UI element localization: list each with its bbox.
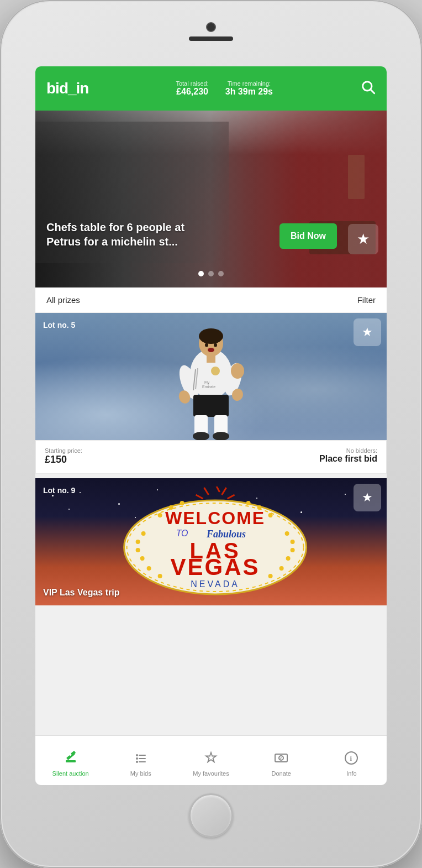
svg-text:WELCOME: WELCOME	[165, 508, 265, 528]
svg-text:Emirate: Emirate	[202, 385, 215, 389]
svg-point-17	[211, 367, 220, 375]
app-header: bid_in Total raised: £46,230 Time remain…	[35, 66, 387, 111]
lot-5-info-row: Starting price: £150 No bidders: Place f…	[45, 447, 377, 466]
svg-point-43	[285, 531, 289, 536]
svg-point-51	[180, 501, 184, 505]
svg-point-56	[268, 574, 273, 578]
svg-text:i: i	[350, 754, 352, 762]
lot-card-9: WELCOME TO Fabulous LAS VEGAS	[35, 478, 387, 605]
lot-5-price-section: Starting price: £150	[45, 447, 82, 466]
time-remaining-value: 3h 39m 29s	[225, 87, 273, 97]
svg-point-47	[158, 513, 162, 517]
bid-now-button[interactable]: Bid Now	[279, 223, 337, 249]
hero-favourite-button[interactable]: ★	[348, 224, 378, 254]
svg-point-48	[169, 505, 173, 510]
front-camera	[206, 22, 216, 32]
svg-text:NEVADA: NEVADA	[191, 579, 240, 589]
svg-point-21	[205, 343, 208, 347]
phone-frame: bid_in Total raised: £46,230 Time remain…	[0, 0, 422, 868]
svg-point-22	[214, 343, 217, 347]
search-button[interactable]	[360, 79, 376, 98]
svg-point-55	[279, 566, 284, 571]
hero-title: Chefs table for 6 people at Petrus for a…	[46, 220, 190, 249]
lot-5-image: Fly Emirate Lot no. 5 ★	[35, 313, 387, 440]
hero-banner: Chefs table for 6 people at Petrus for a…	[35, 111, 387, 287]
nav-my-bids-label: My bids	[130, 770, 151, 777]
phone-top-bar	[189, 22, 233, 41]
lot-card-5: Fly Emirate Lot no. 5 ★	[35, 313, 387, 474]
hero-overlay	[35, 111, 387, 287]
hero-pagination-dots	[198, 271, 224, 276]
lot-5-price: £150	[45, 454, 82, 466]
las-vegas-sign: WELCOME TO Fabulous LAS VEGAS	[110, 487, 320, 597]
svg-text:Fly: Fly	[204, 380, 210, 385]
svg-point-63	[136, 757, 138, 760]
nav-my-bids[interactable]: My bids	[106, 745, 176, 777]
svg-point-65	[136, 761, 138, 763]
home-button[interactable]	[189, 793, 233, 838]
dot-1	[198, 271, 204, 276]
svg-line-25	[222, 488, 226, 495]
svg-point-46	[286, 556, 291, 561]
lot-9-image: WELCOME TO Fabulous LAS VEGAS	[35, 478, 387, 605]
svg-point-4	[199, 328, 223, 344]
svg-text:£: £	[280, 757, 282, 761]
bottom-navigation: Silent auction My bids	[35, 735, 387, 785]
svg-text:TO: TO	[176, 529, 188, 538]
svg-point-49	[268, 513, 273, 517]
nav-silent-auction[interactable]: Silent auction	[35, 745, 106, 777]
scroll-area[interactable]: Chefs table for 6 people at Petrus for a…	[35, 111, 387, 735]
svg-point-50	[257, 505, 262, 510]
svg-rect-5	[207, 354, 215, 363]
prizes-section-header: All prizes Filter	[35, 287, 387, 313]
lot-9-favourite-button[interactable]: ★	[354, 484, 381, 511]
nav-donate[interactable]: £ Donate	[246, 745, 317, 777]
lot-5-price-label: Starting price:	[45, 447, 82, 454]
lot-5-bid-label: No bidders:	[319, 447, 377, 454]
nav-donate-label: Donate	[271, 770, 291, 777]
screen: bid_in Total raised: £46,230 Time remain…	[35, 66, 387, 785]
lot-5-bid-action[interactable]: Place first bid	[319, 454, 377, 464]
lot-9-badge: Lot no. 9	[43, 486, 75, 495]
svg-point-44	[291, 540, 295, 544]
svg-point-40	[136, 540, 140, 544]
svg-text:VEGAS: VEGAS	[171, 554, 260, 580]
svg-line-24	[215, 487, 220, 492]
total-raised-value: £46,230	[176, 87, 208, 97]
svg-line-28	[196, 495, 203, 499]
svg-line-26	[204, 488, 209, 495]
nav-info-label: Info	[346, 770, 356, 777]
player-silhouette: Fly Emirate	[156, 318, 266, 440]
star-outline-icon	[203, 750, 219, 768]
nav-silent-auction-label: Silent auction	[52, 770, 89, 777]
gavel-icon	[63, 750, 78, 768]
lot-5-favourite-button[interactable]: ★	[354, 318, 381, 346]
total-raised-stat: Total raised: £46,230	[176, 80, 208, 97]
total-raised-label: Total raised:	[176, 80, 208, 87]
time-remaining-label: Time remaining:	[225, 80, 273, 87]
lot-5-bid-status: No bidders: Place first bid	[319, 447, 377, 464]
nav-my-favourites[interactable]: My favourites	[176, 745, 246, 777]
filter-button[interactable]: Filter	[357, 295, 376, 305]
money-icon: £	[273, 750, 289, 768]
nav-info[interactable]: i Info	[317, 745, 387, 777]
header-stats: Total raised: £46,230 Time remaining: 3h…	[99, 80, 349, 97]
svg-rect-10	[193, 395, 229, 417]
svg-point-20	[208, 348, 214, 352]
svg-point-41	[136, 548, 140, 552]
lot-9-title: VIP Las Vegas trip	[43, 588, 119, 598]
nav-my-favourites-label: My favourites	[193, 770, 229, 777]
prizes-section-title: All prizes	[46, 295, 80, 305]
app-logo: bid_in	[46, 80, 88, 97]
svg-point-45	[291, 548, 295, 552]
list-icon	[133, 750, 149, 768]
svg-text:Fabulous: Fabulous	[206, 529, 246, 540]
speaker	[189, 36, 233, 41]
info-icon: i	[344, 750, 359, 768]
svg-point-52	[246, 501, 251, 505]
svg-point-23	[231, 363, 244, 379]
svg-point-42	[140, 556, 145, 561]
dot-2	[208, 271, 214, 276]
svg-point-61	[136, 754, 138, 756]
time-remaining-stat: Time remaining: 3h 39m 29s	[225, 80, 273, 97]
